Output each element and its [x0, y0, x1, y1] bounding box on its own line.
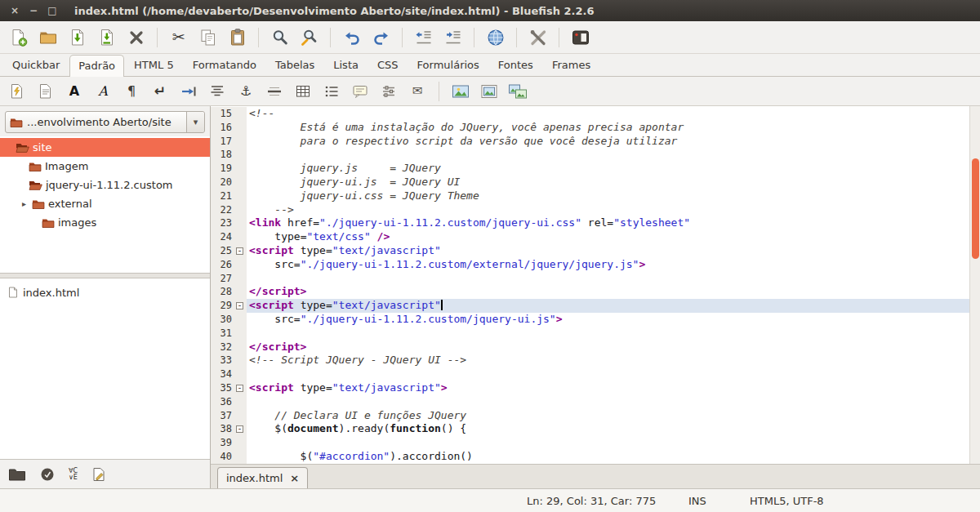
comment-button[interactable] — [348, 80, 372, 103]
tab-fontes[interactable]: Fontes — [489, 54, 542, 76]
open-button[interactable] — [34, 24, 61, 51]
fold-toggle-icon[interactable] — [236, 425, 243, 433]
bold-button[interactable] — [62, 80, 87, 103]
preview-in-browser-button[interactable] — [482, 24, 509, 51]
undo-button[interactable] — [338, 24, 365, 51]
code-line-27[interactable]: 27 — [211, 272, 980, 286]
snippets-button[interactable] — [91, 467, 106, 482]
code-line-35[interactable]: 35<script type="text/javascript"> — [211, 381, 980, 395]
code-line-19[interactable]: 19 jquery.js = JQuery — [211, 162, 980, 176]
code-line-30[interactable]: 30 src="./jquery-ui-1.11.2.custom/jquery… — [211, 313, 980, 327]
redo-button[interactable] — [368, 24, 394, 51]
table-button[interactable] — [291, 80, 315, 103]
thumbnail-button[interactable] — [477, 80, 501, 103]
indent-button[interactable] — [439, 24, 466, 51]
code-line-39[interactable]: 39 — [211, 436, 980, 450]
code-line-38[interactable]: 38 $(document).ready(function() { — [211, 422, 980, 436]
open-folder-icon — [38, 28, 58, 47]
code-line-21[interactable]: 21 jquery-ui.css = JQuery Theme — [211, 189, 980, 203]
tab-tabelas[interactable]: Tabelas — [266, 54, 323, 76]
file-item-index-html[interactable]: index.html — [0, 283, 210, 301]
list-button[interactable] — [319, 80, 344, 103]
paste-button[interactable] — [224, 24, 251, 51]
cut-button[interactable] — [165, 24, 192, 51]
window-maximize-button[interactable] — [46, 4, 59, 17]
unindent-button[interactable] — [410, 24, 437, 51]
expander-icon[interactable] — [20, 200, 29, 208]
tree-item-imagem[interactable]: Imagem — [0, 157, 210, 176]
directory-dropdown-button[interactable] — [186, 112, 204, 132]
fold-toggle-icon[interactable] — [236, 302, 243, 309]
window-close-button[interactable] — [8, 4, 21, 17]
vertical-scrollbar[interactable] — [969, 106, 980, 464]
italic-button[interactable] — [91, 80, 115, 103]
tree-item-images[interactable]: images — [0, 213, 210, 232]
scrollbar-thumb[interactable] — [972, 158, 979, 259]
code-line-33[interactable]: 33<!-- Script JQuery - JQuery UI --> — [211, 354, 980, 367]
save-all-button[interactable] — [93, 24, 120, 51]
center-button[interactable] — [205, 80, 229, 103]
find-replace-button[interactable] — [296, 24, 323, 51]
code-line-32[interactable]: 32</script> — [211, 341, 980, 354]
new-document-button[interactable] — [5, 24, 32, 51]
fold-toggle-icon[interactable] — [236, 385, 243, 392]
character-map-button[interactable] — [69, 468, 78, 481]
code-line-20[interactable]: 20 jquery-ui.js = JQuery UI — [211, 176, 980, 189]
fold-column — [235, 354, 247, 367]
tab-close-icon[interactable] — [290, 473, 299, 483]
code-line-24[interactable]: 24 type="text/css" /> — [211, 230, 980, 244]
code-line-17[interactable]: 17 para o respectivo script da versão qu… — [211, 135, 980, 149]
window-minimize-button[interactable] — [27, 4, 40, 17]
code-line-37[interactable]: 37 // Declara UI e funções JQuery — [211, 409, 980, 423]
tree-item-external[interactable]: external — [0, 194, 210, 213]
tab-formatando[interactable]: Formatando — [184, 54, 265, 76]
tab-formul-rios[interactable]: Formulários — [408, 54, 488, 76]
directory-selector[interactable]: ...envolvimento Aberto/site — [5, 111, 205, 133]
line-number: 28 — [211, 285, 235, 299]
code-line-31[interactable]: 31 — [211, 327, 980, 341]
multi-thumbnail-button[interactable] — [506, 80, 530, 103]
email-button[interactable] — [405, 80, 430, 103]
tab-frames[interactable]: Frames — [543, 54, 599, 76]
code-line-23[interactable]: 23<link href="./jquery-ui-1.11.2.custom/… — [211, 216, 980, 230]
code-line-36[interactable]: 36 — [211, 395, 980, 409]
tree-item-jquery-ui-1-11-2-custom[interactable]: jquery-ui-1.11.2.custom — [0, 176, 210, 194]
tab-lista[interactable]: Lista — [324, 54, 368, 76]
code-line-29[interactable]: 29<script type="text/javascript" — [211, 299, 980, 313]
code-line-40[interactable]: 40 $("#accordion").accordion() — [211, 450, 980, 464]
insert-image-button[interactable] — [448, 80, 473, 103]
tab-html-5[interactable]: HTML 5 — [125, 54, 183, 76]
save-button[interactable] — [64, 24, 91, 51]
code-line-25[interactable]: 25<script type="text/javascript" — [211, 244, 980, 258]
file-browser-button[interactable] — [8, 467, 26, 482]
code-line-28[interactable]: 28</script> — [211, 285, 980, 299]
document-tab-index-html[interactable]: index.html — [217, 467, 308, 488]
anchor-button[interactable] — [234, 80, 258, 103]
code-area[interactable]: 15<!--16 Está é uma instalação do JQuery… — [211, 106, 980, 464]
tree-item-site[interactable]: site — [0, 138, 210, 157]
code-line-22[interactable]: 22 --> — [211, 203, 980, 217]
code-line-16[interactable]: 16 Está é uma instalação do JQuery, você… — [211, 121, 980, 135]
find-button[interactable] — [266, 24, 293, 51]
fullscreen-button[interactable] — [567, 24, 594, 51]
non-breaking-space-button[interactable] — [176, 80, 201, 103]
options-button[interactable] — [376, 80, 401, 103]
code-line-18[interactable]: 18 — [211, 148, 980, 162]
titlebar[interactable]: index.html (/home/devaberto/Desenvolvime… — [0, 0, 980, 21]
horizontal-rule-button[interactable] — [262, 80, 287, 103]
preferences-button[interactable] — [524, 24, 551, 51]
code-line-15[interactable]: 15<!-- — [211, 107, 980, 121]
code-line-34[interactable]: 34 — [211, 367, 980, 381]
quickstart-button[interactable] — [5, 80, 29, 103]
body-button[interactable] — [33, 80, 58, 103]
fold-toggle-icon[interactable] — [236, 247, 243, 255]
bookmarks-button[interactable] — [40, 467, 55, 482]
copy-button[interactable] — [194, 24, 221, 51]
tab-css[interactable]: CSS — [368, 54, 408, 76]
paragraph-button[interactable] — [119, 80, 144, 103]
tab-padr-o[interactable]: Padrão — [69, 55, 124, 77]
line-break-button[interactable] — [148, 80, 172, 103]
close-document-button[interactable] — [122, 24, 149, 51]
tab-quickbar[interactable]: Quickbar — [3, 54, 69, 76]
code-line-26[interactable]: 26 src="./jquery-ui-1.11.2.custom/extern… — [211, 258, 980, 272]
